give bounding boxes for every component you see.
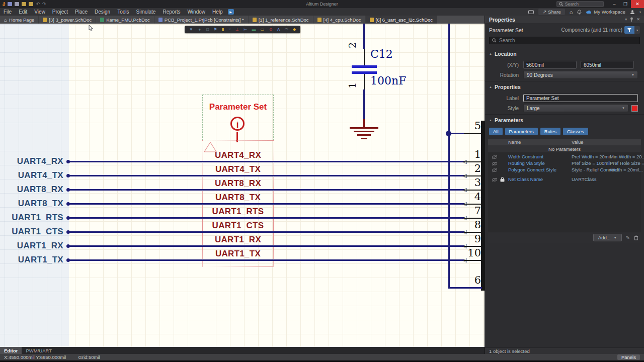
my-workspace-button[interactable]: My Workspace bbox=[586, 9, 625, 15]
rule-row[interactable]: Polygon Connect Style Style - Relief Con… bbox=[488, 166, 641, 173]
selection-rectangle-icon[interactable]: □ bbox=[206, 27, 209, 32]
save-icon[interactable] bbox=[8, 2, 12, 6]
section-location[interactable]: ▲ Location bbox=[485, 48, 644, 59]
redo-icon[interactable]: ↷ bbox=[42, 2, 46, 7]
tab-6-uart-esc-i2c[interactable]: [6] 6_uart_esc_i2c.SchDoc bbox=[366, 16, 438, 24]
tab-home-page[interactable]: ⌂Home Page bbox=[0, 16, 39, 24]
wire-icon[interactable]: ≈ bbox=[228, 27, 230, 32]
port-icon[interactable]: ▭ bbox=[261, 27, 265, 32]
pin[interactable] bbox=[464, 260, 482, 261]
label-field[interactable]: Parameter Set bbox=[523, 94, 638, 102]
filter-dropdown-caret[interactable]: ▾ bbox=[634, 26, 640, 34]
parameter-set-directive[interactable]: i bbox=[230, 117, 245, 131]
visibility-off-icon[interactable] bbox=[492, 155, 498, 159]
capacitor-pin[interactable] bbox=[364, 74, 365, 89]
component-icon[interactable]: ▮ bbox=[222, 27, 224, 32]
style-select[interactable]: Large ▼ bbox=[523, 104, 628, 112]
pin[interactable] bbox=[464, 218, 482, 219]
notifications-icon[interactable] bbox=[577, 10, 582, 15]
user-icon[interactable] bbox=[630, 10, 635, 15]
menu-project[interactable]: Project bbox=[49, 9, 71, 15]
menu-place[interactable]: Place bbox=[71, 9, 91, 15]
pin[interactable] bbox=[464, 204, 482, 205]
home-icon[interactable]: ⌂ bbox=[570, 10, 573, 15]
column-name[interactable]: Name bbox=[508, 139, 521, 145]
global-search-input[interactable]: Search bbox=[556, 1, 604, 7]
rule-name[interactable]: Routing Via Style bbox=[508, 160, 545, 166]
visibility-off-icon[interactable] bbox=[492, 168, 498, 172]
location-x-field[interactable]: 5600mil bbox=[523, 61, 577, 69]
menu-file[interactable]: File bbox=[0, 9, 15, 15]
tab-pcb-project[interactable]: PCB_Project_1.PrjPcb [Constraints] * bbox=[154, 16, 249, 24]
filter-all-button[interactable]: All bbox=[489, 128, 503, 135]
sheet-symbol-icon[interactable]: ▬ bbox=[252, 27, 256, 32]
add-button[interactable]: Add... ▼ bbox=[593, 234, 622, 241]
parameter-set-icon[interactable]: ◆ bbox=[293, 27, 296, 32]
wire[interactable] bbox=[448, 287, 482, 289]
object-filter-button[interactable] bbox=[624, 26, 634, 34]
share-button[interactable]: ↗Share bbox=[538, 9, 565, 15]
filter-scope-label[interactable]: Components (and 11 more) bbox=[561, 27, 622, 33]
filter-rules-button[interactable]: Rules bbox=[540, 128, 560, 135]
user-menu-caret-icon[interactable]: ▾ bbox=[639, 10, 641, 14]
tab-3-power[interactable]: [3] 3_power.SchDoc bbox=[39, 16, 96, 24]
tab-editor[interactable]: Editor bbox=[0, 347, 22, 354]
menu-reports[interactable]: Reports bbox=[159, 9, 184, 15]
capacitor-value[interactable]: 100nF bbox=[370, 75, 406, 86]
wire[interactable] bbox=[448, 24, 450, 289]
close-button[interactable]: ✕ bbox=[631, 0, 644, 8]
rule-row[interactable]: Width Constraint Pref Width = 20mil Min … bbox=[488, 153, 641, 160]
edit-icon[interactable]: ✎ bbox=[626, 235, 630, 240]
power-port-icon[interactable]: ⊥ bbox=[235, 27, 239, 32]
pin[interactable] bbox=[464, 246, 482, 247]
ground-symbol[interactable] bbox=[363, 119, 365, 128]
filter-classes-button[interactable]: Classes bbox=[563, 128, 588, 135]
maximize-button[interactable]: ❐ bbox=[620, 0, 631, 8]
menu-edit[interactable]: Edit bbox=[15, 9, 31, 15]
capacitor-pin[interactable] bbox=[364, 49, 365, 65]
undo-icon[interactable]: ↶ bbox=[36, 2, 40, 7]
visibility-off-icon[interactable] bbox=[492, 161, 498, 166]
open-folder-icon[interactable] bbox=[22, 2, 26, 6]
open-project-icon[interactable] bbox=[29, 2, 33, 6]
rule-row[interactable]: Routing Via Style Pref Size = 100mil Pre… bbox=[488, 160, 641, 166]
capacitor-designator[interactable]: C12 bbox=[370, 49, 393, 60]
filter-icon[interactable]: ▼ bbox=[189, 27, 193, 32]
capacitor-plate[interactable] bbox=[352, 65, 377, 68]
menu-simulate[interactable]: Simulate bbox=[133, 9, 159, 15]
cross-probe-icon[interactable]: ＋ bbox=[198, 27, 202, 32]
column-value[interactable]: Value bbox=[572, 139, 584, 145]
wire[interactable] bbox=[363, 24, 365, 49]
location-y-field[interactable]: 6050mil bbox=[581, 61, 634, 69]
properties-search-input[interactable]: Search bbox=[489, 37, 640, 44]
menu-help[interactable]: Help bbox=[209, 9, 226, 15]
rule-name[interactable]: Width Constraint bbox=[508, 153, 543, 160]
rotation-select[interactable]: 90 Degrees ▼ bbox=[523, 71, 638, 79]
tab-kame-fmu-pcb[interactable]: Kame_FMU.PcbDoc bbox=[96, 16, 154, 24]
tab-1-reference[interactable]: [1] 1_reference.SchDoc bbox=[249, 16, 313, 24]
menu-design[interactable]: Design bbox=[91, 9, 114, 15]
tab-pwm-uart[interactable]: PWM/UART bbox=[22, 347, 56, 354]
color-swatch[interactable] bbox=[631, 105, 638, 112]
minimize-button[interactable]: – bbox=[609, 0, 620, 8]
close-panel-icon[interactable]: ✕ bbox=[636, 17, 640, 22]
panels-button[interactable]: Panels bbox=[617, 354, 640, 360]
menu-tools[interactable]: Tools bbox=[114, 9, 132, 15]
pin[interactable] bbox=[464, 133, 482, 134]
directive-icon[interactable]: ⚑ bbox=[213, 27, 217, 32]
parameter-set-label[interactable]: Parameter Set bbox=[202, 102, 274, 112]
run-icon[interactable]: ▶ bbox=[228, 9, 234, 15]
delete-icon[interactable] bbox=[634, 235, 638, 240]
rule-row[interactable]: Net Class Name UARTClass bbox=[488, 176, 641, 183]
measure-icon[interactable]: ⊢ bbox=[244, 27, 247, 32]
menu-view[interactable]: View bbox=[31, 9, 49, 15]
rule-name[interactable]: Polygon Connect Style bbox=[508, 166, 556, 173]
pin[interactable] bbox=[464, 232, 482, 233]
filter-parameters-button[interactable]: Parameters bbox=[505, 128, 538, 135]
tab-4-cpu[interactable]: [4] 4_cpu.SchDoc bbox=[313, 16, 366, 24]
wire[interactable] bbox=[363, 89, 365, 119]
comment-icon[interactable] bbox=[528, 10, 534, 14]
section-parameters[interactable]: ▲ Parameters bbox=[485, 114, 644, 125]
section-properties[interactable]: ▲ Properties bbox=[485, 81, 644, 92]
new-document-icon[interactable] bbox=[15, 2, 19, 6]
